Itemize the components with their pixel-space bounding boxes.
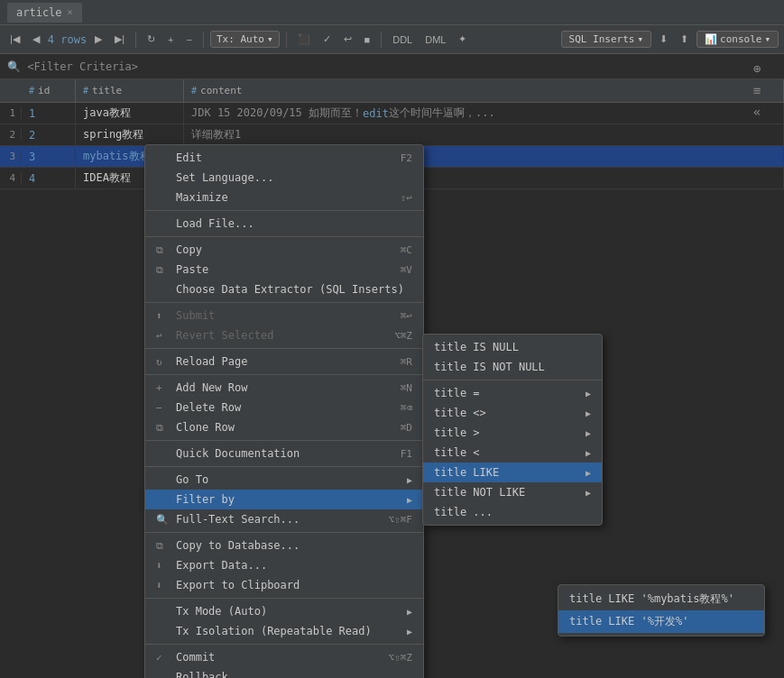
ctx-sep5: [145, 374, 423, 375]
article-tab[interactable]: article ×: [7, 3, 82, 23]
ctx-rollback[interactable]: Rollback: [145, 667, 423, 678]
collapse-panel-icon[interactable]: «: [753, 105, 761, 119]
ctx-submit-shortcut: ⌘↩: [401, 310, 412, 322]
sub1-not-equals[interactable]: title <> ▶: [423, 403, 602, 423]
row-number: 3: [0, 151, 22, 162]
col-header-content[interactable]: # content: [184, 79, 784, 102]
nav-prev-btn[interactable]: ◀: [28, 31, 44, 48]
ctx-filter-by[interactable]: Filter by ▶: [145, 490, 423, 509]
ctx-submit: ⬆ Submit ⌘↩: [145, 306, 423, 325]
cancel-btn[interactable]: ■: [360, 32, 375, 48]
ctx-clone-row[interactable]: ⧉ Clone Row ⌘D: [145, 417, 423, 437]
ctx-edit-shortcut: F2: [401, 152, 412, 164]
ctx-copy-label: Copy: [176, 243, 393, 256]
ctx-go-to-label: Go To: [176, 473, 403, 486]
sep1: [135, 32, 136, 48]
dml-btn[interactable]: DML: [420, 32, 450, 48]
remove-row-btn[interactable]: −: [182, 32, 197, 48]
ctx-delete-row[interactable]: − Delete Row ⌘⌫: [145, 398, 423, 417]
sub1-equals[interactable]: title = ▶: [423, 383, 602, 403]
clone-row-icon: ⧉: [156, 422, 171, 434]
sep4: [381, 32, 382, 48]
sql-inserts-dropdown[interactable]: SQL Inserts ▾: [561, 31, 651, 48]
go-to-arrow: ▶: [407, 475, 412, 485]
ctx-export-data[interactable]: ⬇ Export Data...: [145, 555, 423, 575]
ctx-tx-mode[interactable]: Tx Mode (Auto) ▶: [145, 601, 423, 621]
right-panel: ⊕ ≡ «: [730, 54, 784, 126]
console-dropdown[interactable]: 📊 console ▾: [696, 31, 779, 48]
ctx-go-to[interactable]: Go To ▶: [145, 470, 423, 490]
ctx-tx-isolation[interactable]: Tx Isolation (Repeatable Read) ▶: [145, 621, 423, 641]
sub1-ellipsis[interactable]: title ...: [423, 502, 602, 522]
ctx-choose-extractor[interactable]: Choose Data Extractor (SQL Inserts): [145, 279, 423, 299]
submit-btn[interactable]: ⬛: [293, 31, 315, 48]
pin-btn[interactable]: ✦: [454, 31, 471, 48]
sub2-kaifa[interactable]: title LIKE '%开发%': [558, 610, 764, 633]
ctx-quick-doc-label: Quick Documentation: [176, 447, 393, 460]
add-panel-icon[interactable]: ⊕: [753, 61, 761, 76]
ctx-reload[interactable]: ↻ Reload Page ⌘R: [145, 352, 423, 371]
add-icon: +: [168, 34, 173, 45]
tx-label: Tx: Auto: [217, 33, 264, 45]
cell-id: 3: [22, 146, 76, 167]
sub1-like[interactable]: title LIKE ▶: [423, 463, 602, 482]
ctx-export-clipboard[interactable]: ⬇ Export to Clipboard: [145, 575, 423, 595]
download-btn[interactable]: ⬇: [655, 31, 672, 48]
id-col-label: id: [38, 85, 50, 96]
col-header-id[interactable]: # id: [22, 79, 76, 102]
delete-row-icon: −: [156, 402, 171, 414]
table-row[interactable]: 1 1 java教程 JDK 15 2020/09/15 如期而至！ edit这…: [0, 103, 784, 124]
sub1-is-null[interactable]: title IS NULL: [423, 337, 602, 357]
list-panel-icon[interactable]: ≡: [753, 83, 761, 97]
sub1-gt[interactable]: title > ▶: [423, 423, 602, 443]
ctx-sep9: [145, 598, 423, 599]
ctx-maximize[interactable]: Maximize ⇧↩: [145, 188, 423, 207]
ctx-sep3: [145, 302, 423, 303]
ctx-add-row-shortcut: ⌘N: [401, 382, 412, 394]
tab-close[interactable]: ×: [68, 7, 73, 17]
table-row[interactable]: 2 2 spring教程 详细教程1: [0, 124, 784, 146]
upload-btn[interactable]: ⬆: [676, 31, 693, 48]
sep3: [286, 32, 287, 48]
reload-icon: ↻: [156, 356, 171, 368]
ctx-copy-shortcut: ⌘C: [401, 244, 412, 256]
nav-first-btn[interactable]: |◀: [5, 31, 24, 48]
ctx-set-language[interactable]: Set Language...: [145, 168, 423, 188]
nav-last-btn[interactable]: ▶|: [110, 31, 129, 48]
sub1-lt[interactable]: title < ▶: [423, 443, 602, 463]
ddl-btn[interactable]: DDL: [388, 32, 417, 48]
ctx-commit[interactable]: ✓ Commit ⌥⇧⌘Z: [145, 647, 423, 667]
ctx-add-row[interactable]: + Add New Row ⌘N: [145, 378, 423, 398]
sub1-is-not-null[interactable]: title IS NOT NULL: [423, 357, 602, 377]
commit-btn[interactable]: ✓: [318, 31, 336, 48]
sub1-not-equals-label: title <>: [434, 407, 582, 419]
ctx-add-row-label: Add New Row: [176, 381, 393, 394]
sub1-gt-label: title >: [434, 426, 582, 439]
cell-content: 详细教程1: [184, 124, 784, 145]
ctx-edit[interactable]: Edit F2: [145, 148, 423, 168]
ctx-copy[interactable]: ⧉ Copy ⌘C: [145, 240, 423, 260]
col-header-title[interactable]: # title: [76, 79, 184, 102]
revert-btn[interactable]: ↩: [339, 31, 356, 48]
ctx-paste[interactable]: ⧉ Paste ⌘V: [145, 260, 423, 279]
context-menu: Edit F2 Set Language... Maximize ⇧↩ Load…: [144, 144, 424, 678]
ctx-fulltext-search[interactable]: 🔍 Full-Text Search... ⌥⇧⌘F: [145, 509, 423, 529]
ctx-quick-doc-shortcut: F1: [401, 448, 412, 460]
ctx-quick-doc[interactable]: Quick Documentation F1: [145, 444, 423, 463]
export-clip-icon: ⬇: [156, 580, 171, 591]
nav-next-btn[interactable]: ▶: [90, 31, 106, 48]
ctx-load-file[interactable]: Load File...: [145, 214, 423, 234]
tx-dropdown[interactable]: Tx: Auto ▾: [210, 31, 280, 48]
sub1-not-like[interactable]: title NOT LIKE ▶: [423, 482, 602, 502]
filter-placeholder[interactable]: 🔍 <Filter Criteria>: [7, 60, 138, 73]
ctx-copy-db[interactable]: ⧉ Copy to Database...: [145, 536, 423, 555]
ctx-fulltext-label: Full-Text Search...: [176, 513, 382, 526]
add-row-btn[interactable]: +: [163, 32, 178, 48]
toolbar-right: SQL Inserts ▾ ⬇ ⬆ 📊 console ▾: [561, 31, 779, 48]
ctx-revert-label: Revert Selected: [176, 329, 387, 342]
content-col-label: content: [200, 85, 242, 96]
refresh-icon: ↻: [147, 33, 155, 45]
refresh-btn[interactable]: ↻: [143, 31, 160, 48]
sub2-mybatis[interactable]: title LIKE '%mybatis教程%': [558, 588, 764, 610]
ctx-paste-label: Paste: [176, 263, 393, 276]
